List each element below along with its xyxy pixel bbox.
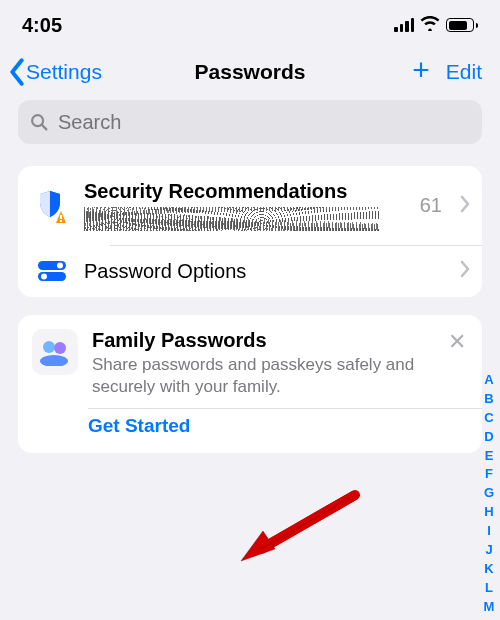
status-icons [394, 15, 478, 36]
get-started-button[interactable]: Get Started [18, 409, 482, 453]
back-button[interactable]: Settings [8, 58, 102, 86]
index-letter[interactable]: E [481, 448, 497, 465]
toggle-icon [34, 259, 70, 283]
shield-warning-icon [34, 189, 70, 223]
status-bar: 4:05 [0, 0, 500, 40]
index-letter[interactable]: A [481, 372, 497, 389]
search-icon [28, 111, 50, 133]
cellular-icon [394, 18, 414, 32]
status-time: 4:05 [22, 14, 62, 37]
battery-icon [446, 18, 478, 32]
back-label: Settings [26, 60, 102, 84]
redacted-subtitle [84, 207, 380, 231]
svg-point-10 [54, 342, 66, 354]
svg-marker-13 [241, 531, 275, 561]
svg-point-11 [40, 355, 68, 366]
index-letter[interactable]: H [481, 504, 497, 521]
svg-line-1 [42, 125, 46, 129]
svg-rect-3 [60, 215, 62, 219]
chevron-right-icon [460, 195, 470, 217]
index-letter[interactable]: M [481, 599, 497, 616]
svg-point-6 [57, 263, 63, 269]
family-icon [32, 329, 78, 375]
svg-marker-15 [241, 531, 275, 561]
svg-rect-4 [60, 220, 62, 222]
index-letter[interactable]: L [481, 580, 497, 597]
index-letter[interactable]: K [481, 561, 497, 578]
index-letter[interactable]: I [481, 523, 497, 540]
family-desc: Share passwords and passkeys safely and … [92, 354, 426, 398]
add-button[interactable]: + [412, 60, 430, 80]
edit-button[interactable]: Edit [446, 60, 482, 84]
svg-line-14 [261, 495, 355, 549]
security-recommendations-count: 61 [420, 194, 442, 217]
index-letter[interactable]: G [481, 485, 497, 502]
index-letter[interactable]: D [481, 429, 497, 446]
security-recommendations-title: Security Recommendations [84, 180, 406, 203]
password-options-title: Password Options [84, 260, 446, 283]
nav-bar: Settings Passwords + Edit [0, 40, 500, 96]
security-recommendations-row[interactable]: Security Recommendations 61 [18, 166, 482, 245]
section-main: Security Recommendations 61 Password Opt… [18, 166, 482, 297]
password-options-row[interactable]: Password Options [18, 245, 482, 297]
svg-point-8 [41, 274, 47, 280]
svg-line-12 [261, 495, 355, 549]
page-title: Passwords [195, 60, 306, 84]
chevron-left-icon [8, 58, 26, 86]
chevron-right-icon [460, 260, 470, 282]
index-letter[interactable]: C [481, 410, 497, 427]
wifi-icon [420, 15, 440, 36]
family-passwords-card: Family Passwords Share passwords and pas… [18, 315, 482, 453]
svg-point-9 [43, 341, 55, 353]
alphabet-index[interactable]: ABCDEFGHIJKLMN [481, 372, 497, 620]
index-letter[interactable]: J [481, 542, 497, 559]
annotation-arrow [237, 489, 367, 579]
close-button[interactable]: ✕ [444, 329, 470, 355]
index-letter[interactable]: B [481, 391, 497, 408]
search-input[interactable] [56, 110, 472, 135]
family-title: Family Passwords [92, 329, 426, 352]
index-letter[interactable]: F [481, 466, 497, 483]
search-field[interactable] [18, 100, 482, 144]
